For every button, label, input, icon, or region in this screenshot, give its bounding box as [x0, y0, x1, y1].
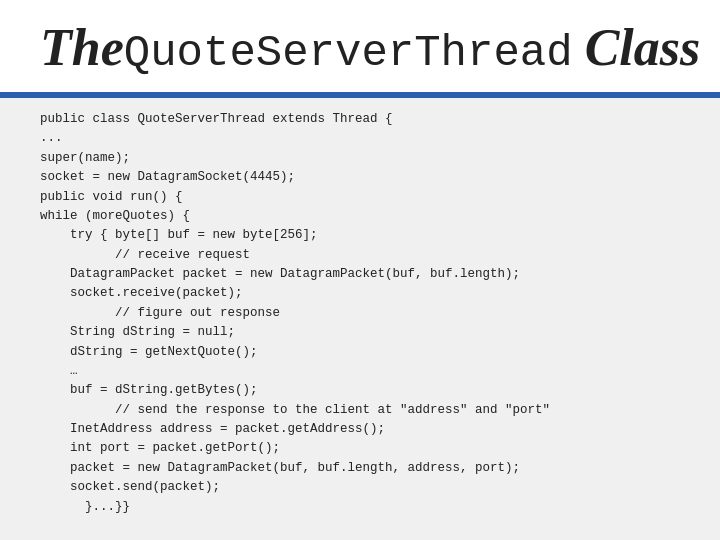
title-class: Class — [585, 18, 701, 77]
title-area: The QuoteServerThread Class — [0, 0, 720, 92]
title-the: The — [40, 18, 124, 77]
title-classname: QuoteServerThread — [124, 28, 573, 78]
code-block: public class QuoteServerThread extends T… — [40, 110, 700, 517]
page-container: The QuoteServerThread Class public class… — [0, 0, 720, 540]
code-area: public class QuoteServerThread extends T… — [0, 98, 720, 540]
